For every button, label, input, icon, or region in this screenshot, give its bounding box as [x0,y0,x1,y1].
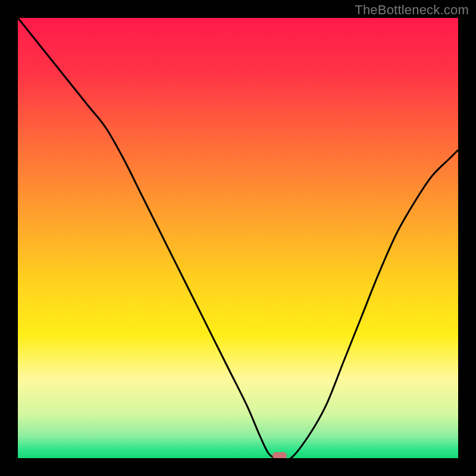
optimal-point-marker [273,452,287,458]
outer-frame: TheBottleneck.com [0,0,476,476]
bottleneck-curve [18,18,458,458]
watermark-text: TheBottleneck.com [355,2,469,18]
curve-layer [18,18,458,458]
plot-area [18,18,458,458]
